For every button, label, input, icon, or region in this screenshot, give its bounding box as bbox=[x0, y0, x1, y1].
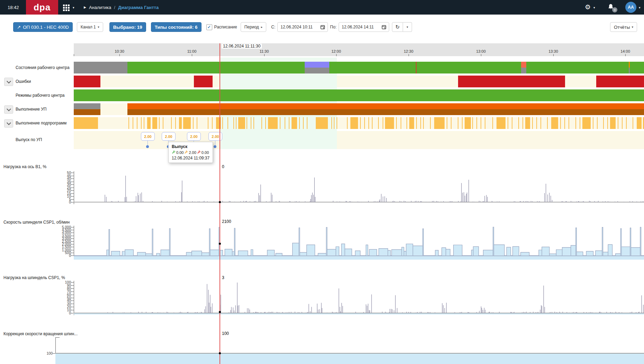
apps-grid-icon[interactable] bbox=[63, 5, 70, 11]
gantt-subprogram-bar[interactable] bbox=[159, 117, 160, 129]
gantt-subprogram-bar[interactable] bbox=[334, 117, 334, 129]
period-button[interactable]: Период▸ bbox=[241, 22, 267, 32]
gantt-subprogram-bar[interactable] bbox=[532, 117, 533, 129]
gantt-subprogram-bar[interactable] bbox=[396, 117, 397, 129]
gantt-subprogram-bar[interactable] bbox=[458, 117, 458, 129]
gantt-subprogram-bar[interactable] bbox=[423, 117, 424, 129]
reports-button[interactable]: Отчёты▾ bbox=[610, 22, 637, 32]
gantt-subprogram-bar[interactable] bbox=[385, 117, 394, 129]
refresh-button[interactable]: ↻ bbox=[392, 22, 403, 32]
settings-caret-icon[interactable]: ▾ bbox=[593, 6, 595, 9]
gantt-subprogram-bar[interactable] bbox=[289, 117, 289, 129]
release-value-label[interactable]: 2.00 bbox=[208, 132, 222, 141]
gantt-subprogram-bar[interactable] bbox=[233, 117, 234, 129]
gantt-subprogram-bar[interactable] bbox=[481, 117, 481, 129]
gantt-subprogram-bar[interactable] bbox=[525, 117, 530, 129]
gantt-subprogram-bar[interactable] bbox=[197, 117, 197, 129]
gantt-subprogram-bar[interactable] bbox=[152, 117, 157, 129]
gantt-subprogram-bar[interactable] bbox=[522, 117, 523, 129]
gantt-segment[interactable] bbox=[74, 117, 98, 129]
time-cursor-line[interactable] bbox=[220, 43, 220, 364]
gantt-subprogram-bar[interactable] bbox=[175, 117, 176, 129]
gantt-subprogram-bar[interactable] bbox=[238, 117, 245, 129]
gantt-subprogram-bar[interactable] bbox=[137, 117, 137, 129]
gantt-subprogram-bar[interactable] bbox=[603, 117, 604, 129]
gantt-subprogram-bar[interactable] bbox=[280, 117, 280, 129]
speed-override-area[interactable] bbox=[55, 354, 644, 364]
gantt-segment[interactable] bbox=[416, 62, 417, 73]
gantt-subprogram-bar[interactable] bbox=[227, 117, 228, 129]
axis-load-chart[interactable] bbox=[74, 172, 644, 205]
gantt-subprogram-bar[interactable] bbox=[350, 117, 358, 129]
gantt-subprogram-bar[interactable] bbox=[607, 117, 608, 129]
gantt-subprogram-bar[interactable] bbox=[416, 117, 417, 129]
calendar-icon[interactable] bbox=[320, 25, 325, 29]
gantt-subprogram-bar[interactable] bbox=[179, 117, 182, 129]
gantt-subprogram-bar[interactable] bbox=[285, 117, 285, 129]
gantt-segment[interactable] bbox=[74, 89, 644, 101]
gantt-segment[interactable] bbox=[521, 68, 526, 73]
calendar-icon[interactable] bbox=[382, 25, 386, 29]
gantt-subprogram-bar[interactable] bbox=[540, 117, 541, 129]
gantt-subprogram-bar[interactable] bbox=[171, 117, 172, 129]
channel-select[interactable]: Канал 1▾ bbox=[77, 22, 103, 32]
gantt-subprogram-bar[interactable] bbox=[401, 117, 401, 129]
gantt-subprogram-bar[interactable] bbox=[144, 117, 144, 129]
expand-subprograms-button[interactable] bbox=[4, 119, 13, 128]
release-value-label[interactable]: 2.00 bbox=[162, 132, 176, 141]
user-avatar[interactable]: AA bbox=[625, 2, 636, 13]
gantt-segment[interactable] bbox=[305, 68, 329, 73]
gantt-subprogram-bar[interactable] bbox=[536, 117, 537, 129]
gantt-subprogram-bar[interactable] bbox=[409, 117, 414, 129]
gantt-subprogram-bar[interactable] bbox=[580, 117, 580, 129]
gantt-subprogram-bar[interactable] bbox=[193, 117, 194, 129]
gantt-subprogram-bar[interactable] bbox=[307, 117, 307, 129]
gantt-segment[interactable] bbox=[629, 62, 630, 68]
gantt-segment[interactable] bbox=[127, 62, 644, 73]
gantt-subprogram-bar[interactable] bbox=[465, 117, 471, 129]
settings-gear-icon[interactable]: ⚙ bbox=[585, 3, 591, 11]
gantt-subprogram-bar[interactable] bbox=[299, 117, 300, 129]
gantt-subprogram-bar[interactable] bbox=[582, 117, 591, 129]
gantt-subprogram-bar[interactable] bbox=[212, 117, 213, 129]
gantt-subprogram-bar[interactable] bbox=[575, 117, 576, 129]
gantt-subprogram-bar[interactable] bbox=[406, 117, 407, 129]
gantt-subprogram-bar[interactable] bbox=[472, 117, 473, 129]
gantt-subprogram-bar[interactable] bbox=[462, 117, 463, 129]
schedule-checkbox[interactable]: ✓ bbox=[206, 24, 212, 30]
gantt-subprogram-bar[interactable] bbox=[364, 117, 365, 129]
gantt-subprogram-bar[interactable] bbox=[265, 117, 266, 129]
gantt-subprogram-bar[interactable] bbox=[512, 117, 512, 129]
gantt-segment[interactable] bbox=[127, 103, 644, 109]
breadcrumb-section[interactable]: Аналитика bbox=[89, 5, 111, 10]
gantt-subprogram-bar[interactable] bbox=[368, 117, 369, 129]
gantt-subprogram-bar[interactable] bbox=[618, 117, 618, 129]
gantt-subprogram-bar[interactable] bbox=[378, 117, 379, 129]
gantt-subprogram-bar[interactable] bbox=[637, 117, 642, 129]
schedule-checkbox-wrap[interactable]: ✓ Расписание bbox=[206, 24, 237, 30]
spindle-load-chart[interactable] bbox=[74, 281, 644, 316]
state-types-button[interactable]: Типы состояний: 6 bbox=[151, 22, 202, 32]
gantt-subprogram-bar[interactable] bbox=[492, 117, 493, 129]
gantt-subprogram-bar[interactable] bbox=[430, 117, 431, 129]
gantt-subprogram-bar[interactable] bbox=[622, 117, 623, 129]
release-value-label[interactable]: 2.00 bbox=[187, 132, 201, 141]
selected-count-button[interactable]: Выбрано: 19 bbox=[109, 22, 146, 32]
gantt-subprogram-bar[interactable] bbox=[569, 117, 569, 129]
gantt-subprogram-bar[interactable] bbox=[316, 117, 328, 129]
gantt-subprogram-bar[interactable] bbox=[337, 117, 337, 129]
gantt-subprogram-bar[interactable] bbox=[633, 117, 633, 129]
gantt-subprogram-bar[interactable] bbox=[593, 117, 593, 129]
gantt-subprogram-bar[interactable] bbox=[236, 117, 236, 129]
gantt-segment[interactable] bbox=[74, 103, 100, 109]
expand-nc-program-button[interactable] bbox=[4, 105, 13, 114]
gantt-subprogram-bar[interactable] bbox=[292, 117, 297, 129]
gantt-subprogram-bar[interactable] bbox=[303, 117, 304, 129]
gantt-segment[interactable] bbox=[521, 62, 526, 68]
gantt-subprogram-bar[interactable] bbox=[626, 117, 627, 129]
gantt-subprogram-bar[interactable] bbox=[147, 117, 151, 129]
gantt-subprogram-bar[interactable] bbox=[183, 117, 191, 129]
gantt-subprogram-bar[interactable] bbox=[268, 117, 278, 129]
gantt-segment[interactable] bbox=[458, 76, 565, 87]
gantt-segment[interactable] bbox=[74, 62, 127, 73]
